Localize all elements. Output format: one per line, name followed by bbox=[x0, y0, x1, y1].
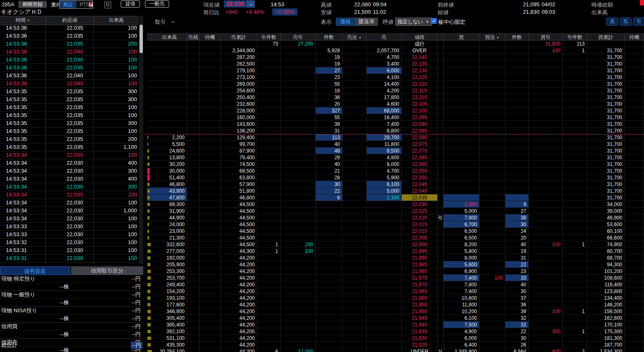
price-cell[interactable]: 22,085 bbox=[402, 128, 438, 134]
price-cell[interactable]: 22,105 bbox=[402, 101, 438, 107]
cell-bq[interactable]: 10,200 bbox=[444, 308, 479, 315]
cell-bq[interactable]: 2,300 bbox=[444, 201, 479, 208]
price-cell[interactable]: 21,960 bbox=[402, 295, 438, 301]
cell-bq[interactable] bbox=[444, 121, 479, 128]
price-cell[interactable]: 22,090 bbox=[402, 121, 438, 128]
price-cell[interactable]: 21,995 bbox=[402, 248, 438, 255]
cell-sq[interactable] bbox=[367, 281, 402, 288]
cell-bq[interactable] bbox=[444, 181, 479, 188]
cell-sq[interactable] bbox=[367, 261, 402, 268]
cell-sq[interactable] bbox=[367, 315, 402, 321]
price-cell[interactable]: 21,945 bbox=[402, 315, 438, 321]
cell-bq[interactable]: 6,400 bbox=[444, 342, 479, 348]
price-cell[interactable]: 22,110 bbox=[402, 94, 438, 101]
cell-sq[interactable]: 3,400 bbox=[367, 61, 402, 67]
cell-bq[interactable]: 7,400 bbox=[444, 275, 479, 281]
cell-sq[interactable] bbox=[367, 255, 402, 261]
cell-sq[interactable] bbox=[367, 201, 402, 208]
price-cell[interactable]: 22,125 bbox=[402, 74, 438, 81]
price-cell[interactable]: 22,020 bbox=[402, 214, 438, 221]
cell-sq[interactable]: 2,057,700 bbox=[367, 47, 402, 54]
cell-sq[interactable]: 6,000 bbox=[367, 67, 402, 74]
cumulative-button[interactable]: 累 bbox=[606, 18, 618, 26]
cell-bq[interactable] bbox=[444, 134, 479, 141]
price-cell[interactable]: 22,045 bbox=[402, 181, 438, 188]
price-cell[interactable]: 22,095 bbox=[402, 114, 438, 121]
cell-bq[interactable]: 6,500 bbox=[444, 228, 479, 235]
cell-sq[interactable]: 4,100 bbox=[367, 74, 402, 81]
cell-sq[interactable] bbox=[367, 235, 402, 241]
price-cell[interactable]: 22,140 bbox=[402, 54, 438, 61]
cell-sq[interactable]: 68,000 bbox=[367, 107, 402, 114]
tab-holdings[interactable]: 保有資産 bbox=[0, 266, 70, 275]
price-cell[interactable]: 21,925 bbox=[402, 342, 438, 348]
cell-sq[interactable] bbox=[367, 228, 402, 235]
loan-margin-button[interactable]: 貸借 bbox=[121, 0, 140, 8]
cell-sq[interactable]: 4,600 bbox=[367, 101, 402, 107]
price-cell[interactable]: 22,040 bbox=[402, 188, 438, 194]
price-cell[interactable]: 22,120 bbox=[402, 81, 438, 87]
price-cell[interactable]: 22,100 bbox=[402, 107, 438, 114]
cell-sq[interactable]: 2,300 bbox=[367, 194, 402, 201]
cell-bq[interactable] bbox=[444, 81, 479, 87]
price-cell[interactable]: 21,940 bbox=[402, 321, 438, 328]
tape-header-volume[interactable]: 出来高 bbox=[94, 16, 139, 25]
cell-sq[interactable]: 5,900 bbox=[367, 174, 402, 181]
cell-bq[interactable] bbox=[444, 128, 479, 134]
news-icon[interactable]: N bbox=[89, 1, 93, 8]
cell-bq[interactable] bbox=[444, 161, 479, 168]
price-cell[interactable]: 22,075 bbox=[402, 141, 438, 148]
cell-bq[interactable] bbox=[444, 174, 479, 181]
cell-sq[interactable]: 29,700 bbox=[367, 134, 402, 141]
price-cell[interactable]: 22,080 bbox=[402, 134, 438, 141]
cell-sq[interactable] bbox=[367, 268, 402, 275]
cell-sq[interactable]: 4,700 bbox=[367, 168, 402, 174]
cell-bq[interactable]: 5,800 bbox=[444, 248, 479, 255]
cell-sq[interactable]: 8,500 bbox=[367, 148, 402, 154]
cell-bq[interactable] bbox=[444, 54, 479, 61]
cell-sq[interactable]: 5,000 bbox=[367, 188, 402, 194]
cell-bq[interactable]: 6,000 bbox=[444, 335, 479, 342]
cell-bq[interactable] bbox=[444, 194, 479, 201]
price-cell[interactable]: 22,010 bbox=[402, 228, 438, 235]
cell-sq[interactable]: 4,200 bbox=[367, 87, 402, 94]
exchange-toggle-tse[interactable]: 東証 bbox=[60, 1, 76, 8]
close-auction-button[interactable]: 引 bbox=[633, 18, 644, 26]
cell-bq[interactable]: 7,500 bbox=[444, 321, 479, 328]
cell-sq[interactable] bbox=[367, 295, 402, 301]
price-cell[interactable]: 21,975 bbox=[402, 275, 438, 281]
price-cell[interactable]: 22,115 bbox=[402, 87, 438, 94]
cell-bq[interactable] bbox=[444, 154, 479, 161]
cell-sq[interactable]: 6,100 bbox=[367, 181, 402, 188]
cell-sq[interactable]: 14,400 bbox=[367, 81, 402, 87]
board-col-header-bord[interactable]: 買注▼ bbox=[479, 33, 505, 41]
price-cell[interactable]: 21,955 bbox=[402, 301, 438, 308]
cell-sq[interactable]: 6,800 bbox=[367, 128, 402, 134]
price-cell[interactable]: 21,930 bbox=[402, 335, 438, 342]
center-fixed-checkbox[interactable]: ✓ bbox=[431, 18, 437, 24]
cell-sq[interactable] bbox=[367, 301, 402, 308]
cell-sq[interactable] bbox=[367, 308, 402, 315]
cell-bq[interactable]: 8,000 bbox=[444, 255, 479, 261]
price-cell[interactable]: 22,050 bbox=[402, 174, 438, 181]
cell-sq[interactable]: 7,400 bbox=[367, 121, 402, 128]
price-cell[interactable]: 22,055 bbox=[402, 168, 438, 174]
cell-sq[interactable] bbox=[367, 348, 402, 352]
cell-sq[interactable] bbox=[367, 214, 402, 221]
price-cell[interactable]: 成行 bbox=[402, 41, 438, 47]
cell-bq[interactable]: 6,700 bbox=[444, 221, 479, 228]
cell-sq[interactable] bbox=[367, 208, 402, 214]
cell-sq[interactable]: 17,800 bbox=[367, 94, 402, 101]
cell-bq[interactable] bbox=[444, 41, 479, 47]
cell-sq[interactable]: 11,800 bbox=[367, 141, 402, 148]
price-cell[interactable]: UNDER bbox=[402, 348, 438, 352]
tape-scrollbar-thumb[interactable] bbox=[139, 25, 143, 53]
display-price-button[interactable]: 価格 bbox=[336, 18, 355, 26]
cell-bq[interactable]: 4,900 bbox=[444, 328, 479, 335]
price-cell[interactable]: OVER bbox=[402, 47, 438, 54]
price-cell[interactable]: 22,025 bbox=[402, 208, 438, 214]
register-stock-button[interactable]: 銘柄登録 bbox=[18, 1, 47, 8]
tape-header-time[interactable]: 時間▼ bbox=[0, 16, 46, 25]
cell-bq[interactable] bbox=[444, 188, 479, 194]
cell-bq[interactable]: 7,900 bbox=[444, 214, 479, 221]
